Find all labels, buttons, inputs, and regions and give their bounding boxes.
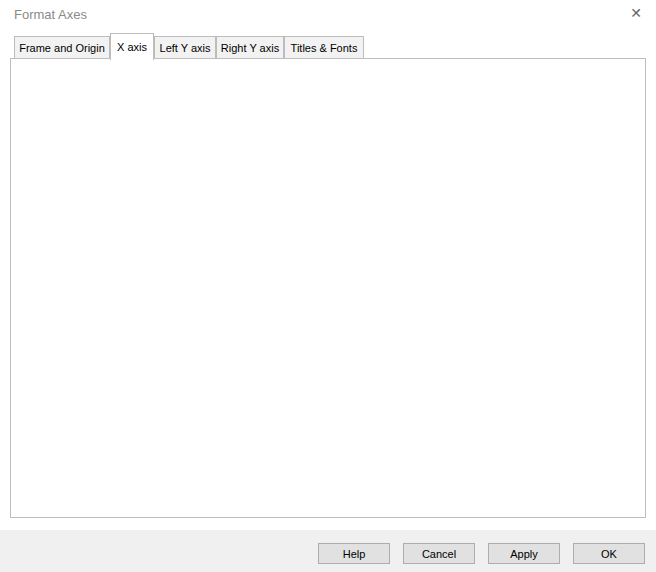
tab-titles-fonts[interactable]: Titles & Fonts <box>284 36 364 59</box>
window-title: Format Axes <box>14 7 87 22</box>
apply-button[interactable]: Apply <box>488 543 560 564</box>
tab-panel <box>10 58 646 518</box>
tab-left-y-axis[interactable]: Left Y axis <box>154 36 216 59</box>
close-icon[interactable]: ✕ <box>630 5 642 21</box>
ok-button[interactable]: OK <box>573 543 645 564</box>
cancel-button[interactable]: Cancel <box>403 543 475 564</box>
tab-label: Left Y axis <box>160 42 211 54</box>
tab-frame-and-origin[interactable]: Frame and Origin <box>14 36 110 59</box>
tab-right-y-axis[interactable]: Right Y axis <box>216 36 284 59</box>
help-button[interactable]: Help <box>318 543 390 564</box>
format-axes-dialog: Format Axes ✕ Frame and Origin X axis Le… <box>0 0 656 572</box>
tab-x-axis[interactable]: X axis <box>110 33 154 60</box>
tab-label: Titles & Fonts <box>291 42 358 54</box>
tab-label: Frame and Origin <box>19 42 105 54</box>
tab-label: Right Y axis <box>221 42 279 54</box>
tab-label: X axis <box>117 41 147 53</box>
